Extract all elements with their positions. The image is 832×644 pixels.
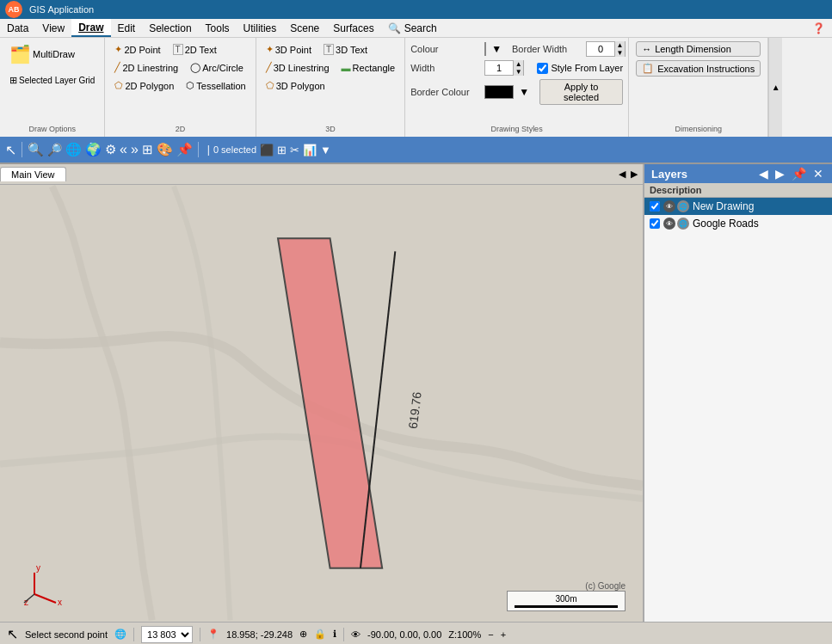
layer-check-new-drawing[interactable] xyxy=(650,201,660,212)
map-container: Main View ◀ ▶ 619.76 xyxy=(0,164,643,622)
2d-polygon-button[interactable]: ⬠ 2D Polygon xyxy=(110,77,178,94)
map-canvas[interactable]: 619.76 (c) Google 300m y x z xyxy=(0,185,643,622)
zoom-out-icon[interactable]: 🔎 xyxy=(47,143,62,156)
pin-icon[interactable]: 📌 xyxy=(176,142,193,157)
apply-to-selected-button[interactable]: Apply to selected xyxy=(539,79,623,105)
menu-view[interactable]: View xyxy=(35,19,71,37)
arc-circle-button[interactable]: ◯ Arc/Circle xyxy=(186,59,248,76)
3d-text-button[interactable]: T 3D Text xyxy=(319,41,372,58)
multidraw-button[interactable]: 🗂️ MultiDraw xyxy=(5,41,99,67)
layers-forward-btn[interactable]: ▶ xyxy=(773,167,786,181)
ribbon: 🗂️ MultiDraw ⊞ Selected Layer Grid Draw … xyxy=(0,38,832,164)
settings-icon[interactable]: ⚙ xyxy=(105,142,116,157)
excavation-icon: 📋 xyxy=(642,63,654,74)
zoom-in-icon[interactable]: 🔍 xyxy=(28,142,44,157)
layer-check-google-roads[interactable] xyxy=(650,218,660,229)
menu-utilities[interactable]: Utilities xyxy=(237,19,284,37)
border-width-field[interactable]: 0 xyxy=(587,42,614,56)
selection-icon1[interactable]: ⬛ xyxy=(260,144,274,156)
3d-linestring-button[interactable]: ╱ 3D Linestring xyxy=(262,59,334,76)
color-palette-icon[interactable]: 🎨 xyxy=(157,142,173,157)
selection-icon5[interactable]: ▼ xyxy=(320,144,331,156)
compass: y x z xyxy=(17,564,69,610)
menu-draw[interactable]: Draw xyxy=(71,19,110,37)
multidraw-icon: 🗂️ xyxy=(9,44,31,64)
drawing-styles-label: Drawing Styles xyxy=(410,125,623,133)
svg-text:x: x xyxy=(58,598,62,607)
border-colour-dropdown-icon[interactable]: ▼ xyxy=(519,86,529,98)
selection-icon4[interactable]: 📊 xyxy=(303,144,317,156)
colour-label: Colour xyxy=(410,44,479,54)
google-credit: (c) Google xyxy=(585,581,626,591)
style-from-layer-checkbox[interactable]: Style From Layer xyxy=(537,63,623,74)
menu-surfaces[interactable]: Surfaces xyxy=(326,19,380,37)
selection-icon2[interactable]: ⊞ xyxy=(277,144,287,156)
grid-icon: ⊞ xyxy=(9,75,17,86)
2d-point-button[interactable]: ✦ 2D Point xyxy=(110,41,164,58)
grid-view-icon[interactable]: ⊞ xyxy=(142,142,153,157)
border-width-down[interactable]: ▼ xyxy=(614,49,625,57)
width-field[interactable]: 1 xyxy=(485,61,513,75)
zoom-out-status-icon[interactable]: − xyxy=(488,629,493,640)
rectangle-button[interactable]: ▬ Rectangle xyxy=(337,60,400,76)
draw-options-group: 🗂️ MultiDraw ⊞ Selected Layer Grid Draw … xyxy=(0,38,105,137)
menu-edit[interactable]: Edit xyxy=(111,19,143,37)
2d-label: 2D xyxy=(176,123,186,133)
lock-icon: 🔒 xyxy=(314,629,326,640)
selection-icon3[interactable]: ✂ xyxy=(290,144,299,156)
nav-back-icon[interactable]: « xyxy=(120,142,127,157)
ribbon-collapse-button[interactable]: ▲ xyxy=(768,38,782,137)
excavation-instructions-button[interactable]: 📋 Excavation Instructions xyxy=(636,60,761,77)
dimensioning-label: Dimensioning xyxy=(636,125,761,133)
tab-arrow-left[interactable]: ◀ xyxy=(617,167,627,181)
zoom-in-status-icon[interactable]: + xyxy=(501,629,506,640)
info-icon: ℹ xyxy=(333,629,336,640)
3d-group: ✦ 3D Point T 3D Text ╱ 3D Linestring ▬ xyxy=(256,38,405,137)
layers-close-btn[interactable]: ✕ xyxy=(811,167,825,181)
layer-item-new-drawing[interactable]: 👁 🌐 New Drawing xyxy=(644,198,832,215)
selected-layer-grid-button[interactable]: ⊞ Selected Layer Grid xyxy=(5,72,99,89)
layers-pin-btn[interactable]: 📌 xyxy=(790,167,808,181)
3d-polygon-button[interactable]: ⬠ 3D Polygon xyxy=(262,77,330,94)
border-width-up[interactable]: ▲ xyxy=(614,41,625,49)
3d-linestring-icon: ╱ xyxy=(266,62,272,73)
style-from-layer-check[interactable] xyxy=(537,63,548,74)
main-view-tab[interactable]: Main View xyxy=(0,167,66,181)
globe-icon[interactable]: 🌐 xyxy=(65,142,82,157)
nav-forward-icon[interactable]: » xyxy=(131,142,139,157)
globe2-icon[interactable]: 🌍 xyxy=(85,142,102,157)
colour-dropdown-icon[interactable]: ▼ xyxy=(491,43,502,55)
width-up[interactable]: ▲ xyxy=(513,60,523,68)
layer-item-google-roads[interactable]: 👁 🌐 Google Roads xyxy=(644,215,832,232)
length-dimension-button[interactable]: ↔ Length Dimension xyxy=(636,41,761,57)
layers-back-btn[interactable]: ◀ xyxy=(757,167,770,181)
app-title: GIS Application xyxy=(29,4,94,15)
width-input[interactable]: 1 ▲ ▼ xyxy=(484,60,524,76)
menu-scene[interactable]: Scene xyxy=(283,19,326,37)
tessellation-button[interactable]: ⬡ Tessellation xyxy=(182,77,250,94)
tessellation-icon: ⬡ xyxy=(186,80,194,91)
3d-point-icon: ✦ xyxy=(266,44,274,55)
colour-swatch[interactable] xyxy=(484,42,486,56)
border-width-input[interactable]: 0 ▲ ▼ xyxy=(586,41,626,57)
menu-selection[interactable]: Selection xyxy=(142,19,198,37)
globe-status-icon: 🌐 xyxy=(114,629,126,640)
2d-text-icon: T xyxy=(173,44,183,55)
2d-group: ✦ 2D Point T 2D Text ╱ 2D Linestring ◯ xyxy=(105,38,256,137)
2d-linestring-button[interactable]: ╱ 2D Linestring xyxy=(110,59,182,76)
svg-text:y: y xyxy=(36,564,40,573)
id-selector[interactable]: 13 803 xyxy=(141,626,193,643)
border-colour-swatch[interactable] xyxy=(484,85,514,99)
coords-icon: 📍 xyxy=(207,629,219,640)
menu-data[interactable]: Data xyxy=(0,19,35,37)
chevron-up-icon: ▲ xyxy=(772,83,780,92)
menu-tools[interactable]: Tools xyxy=(199,19,237,37)
2d-text-button[interactable]: T 2D Text xyxy=(169,41,221,58)
menu-search[interactable]: 🔍 Search xyxy=(381,19,444,37)
width-down[interactable]: ▼ xyxy=(513,68,523,76)
help-button[interactable]: ❓ xyxy=(805,22,832,34)
layer-type-icon2: 🌐 xyxy=(677,218,689,230)
length-dim-icon: ↔ xyxy=(642,44,651,54)
3d-point-button[interactable]: ✦ 3D Point xyxy=(262,41,316,58)
tab-arrow-right[interactable]: ▶ xyxy=(629,167,639,181)
